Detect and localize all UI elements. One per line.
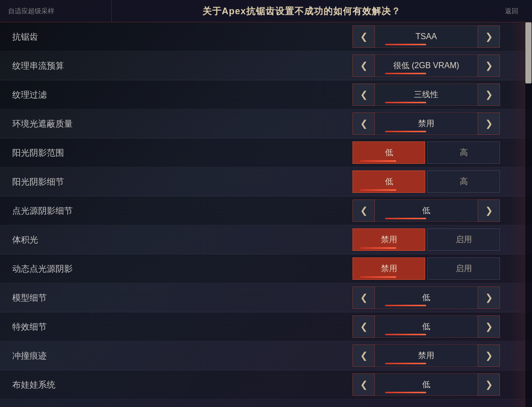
dual-right-btn-volumetric-lighting[interactable]: 启用: [427, 228, 500, 251]
value-text-effects-detail: 低: [422, 322, 430, 331]
value-bar-spot-shadow-detail: [385, 218, 426, 219]
arrow-control-ragdoll-system: ❮低❯: [352, 373, 500, 396]
left-arrow-btn-antialiasing[interactable]: ❮: [352, 25, 375, 48]
value-box-antialiasing: TSAA: [375, 25, 478, 48]
setting-label-texture-streaming-budget: 纹理串流预算: [0, 60, 326, 72]
value-text-spot-shadow-detail: 低: [422, 206, 430, 215]
setting-label-sun-shadow-detail: 阳光阴影细节: [0, 176, 326, 188]
right-arrow-btn-antialiasing[interactable]: ❯: [478, 25, 500, 48]
value-box-spot-shadow-detail: 低: [375, 199, 478, 222]
setting-control-texture-streaming-budget: ❮很低 (2GB VRAM)❯: [326, 54, 532, 77]
setting-row-sun-shadow-detail: 阳光阴影细节低高: [0, 167, 532, 196]
arrow-control-antialiasing: ❮TSAA❯: [352, 25, 500, 48]
dual-left-btn-sun-shadow-detail[interactable]: 低: [352, 170, 425, 193]
value-text-ragdoll-system: 低: [422, 380, 430, 389]
value-box-texture-filter: 三线性: [375, 83, 478, 106]
dual-left-btn-volumetric-lighting[interactable]: 禁用: [352, 228, 425, 251]
left-arrow-btn-impact-marks[interactable]: ❮: [352, 344, 375, 367]
scrollbar-track: [525, 22, 532, 407]
settings-list: 抗锯齿❮TSAA❯纹理串流预算❮很低 (2GB VRAM)❯纹理过滤❮三线性❯环…: [0, 22, 532, 399]
setting-row-model-detail: 模型细节❮低❯: [0, 283, 532, 312]
setting-row-spot-shadow-detail: 点光源阴影细节❮低❯: [0, 196, 532, 225]
setting-row-texture-streaming-budget: 纹理串流预算❮很低 (2GB VRAM)❯: [0, 51, 532, 80]
right-arrow-btn-ragdoll-system[interactable]: ❯: [478, 373, 500, 396]
arrow-control-ambient-occlusion: ❮禁用❯: [352, 112, 500, 135]
arrow-control-spot-shadow-detail: ❮低❯: [352, 199, 500, 222]
setting-label-impact-marks: 冲撞痕迹: [0, 350, 326, 362]
setting-row-impact-marks: 冲撞痕迹❮禁用❯: [0, 341, 532, 370]
setting-row-texture-filter: 纹理过滤❮三线性❯: [0, 80, 532, 109]
left-arrow-btn-texture-filter[interactable]: ❮: [352, 83, 375, 106]
right-arrow-btn-ambient-occlusion[interactable]: ❯: [478, 112, 500, 135]
setting-label-ragdoll-system: 布娃娃系统: [0, 379, 326, 391]
setting-label-texture-filter: 纹理过滤: [0, 89, 326, 101]
setting-row-effects-detail: 特效细节❮低❯: [0, 312, 532, 341]
value-text-ambient-occlusion: 禁用: [418, 119, 434, 128]
setting-label-model-detail: 模型细节: [0, 292, 326, 304]
header-right-label[interactable]: 返回: [491, 7, 532, 16]
dual-left-bar-volumetric-lighting: [360, 247, 396, 249]
value-text-impact-marks: 禁用: [418, 351, 434, 360]
right-arrow-btn-texture-streaming-budget[interactable]: ❯: [478, 54, 500, 77]
value-text-model-detail: 低: [422, 293, 430, 302]
dual-left-btn-dynamic-spot-shadow[interactable]: 禁用: [352, 257, 425, 280]
setting-row-ambient-occlusion: 环境光遮蔽质量❮禁用❯: [0, 109, 532, 138]
dual-left-bar-sun-shadow-coverage: [360, 160, 396, 162]
setting-row-sun-shadow-coverage: 阳光阴影范围低高: [0, 138, 532, 167]
setting-row-volumetric-lighting: 体积光禁用启用: [0, 225, 532, 254]
left-arrow-btn-texture-streaming-budget[interactable]: ❮: [352, 54, 375, 77]
value-bar-model-detail: [385, 305, 426, 306]
value-bar-impact-marks: [385, 363, 426, 364]
value-box-texture-streaming-budget: 很低 (2GB VRAM): [375, 54, 478, 77]
left-arrow-btn-ambient-occlusion[interactable]: ❮: [352, 112, 375, 135]
left-arrow-btn-ragdoll-system[interactable]: ❮: [352, 373, 375, 396]
arrow-control-texture-filter: ❮三线性❯: [352, 83, 500, 106]
value-box-effects-detail: 低: [375, 315, 478, 338]
setting-control-sun-shadow-detail: 低高: [326, 170, 532, 193]
setting-control-effects-detail: ❮低❯: [326, 315, 532, 338]
setting-control-antialiasing: ❮TSAA❯: [326, 25, 532, 48]
value-box-impact-marks: 禁用: [375, 344, 478, 367]
right-arrow-btn-spot-shadow-detail[interactable]: ❯: [478, 199, 500, 222]
setting-row-dynamic-spot-shadow: 动态点光源阴影禁用启用: [0, 254, 532, 283]
dual-right-btn-dynamic-spot-shadow[interactable]: 启用: [427, 257, 500, 280]
value-box-ragdoll-system: 低: [375, 373, 478, 396]
value-bar-texture-streaming-budget: [385, 73, 426, 74]
setting-label-effects-detail: 特效细节: [0, 321, 326, 333]
right-arrow-btn-impact-marks[interactable]: ❯: [478, 344, 500, 367]
value-text-antialiasing: TSAA: [416, 32, 437, 41]
left-arrow-btn-effects-detail[interactable]: ❮: [352, 315, 375, 338]
value-box-model-detail: 低: [375, 286, 478, 309]
dual-right-btn-sun-shadow-coverage[interactable]: 高: [427, 141, 500, 164]
value-bar-antialiasing: [385, 44, 426, 45]
scrollbar-thumb[interactable]: [525, 22, 531, 83]
arrow-control-texture-streaming-budget: ❮很低 (2GB VRAM)❯: [352, 54, 500, 77]
setting-label-antialiasing: 抗锯齿: [0, 31, 326, 43]
setting-row-ragdoll-system: 布娃娃系统❮低❯: [0, 370, 532, 399]
value-bar-texture-filter: [385, 102, 426, 103]
arrow-control-effects-detail: ❮低❯: [352, 315, 500, 338]
right-arrow-btn-texture-filter[interactable]: ❯: [478, 83, 500, 106]
dual-right-btn-sun-shadow-detail[interactable]: 高: [427, 170, 500, 193]
dual-control-volumetric-lighting: 禁用启用: [352, 228, 500, 251]
value-bar-effects-detail: [385, 334, 426, 335]
left-arrow-btn-spot-shadow-detail[interactable]: ❮: [352, 199, 375, 222]
right-arrow-btn-effects-detail[interactable]: ❯: [478, 315, 500, 338]
dual-control-dynamic-spot-shadow: 禁用启用: [352, 257, 500, 280]
value-text-texture-streaming-budget: 很低 (2GB VRAM): [393, 61, 459, 70]
value-text-texture-filter: 三线性: [414, 90, 438, 99]
value-box-ambient-occlusion: 禁用: [375, 112, 478, 135]
right-arrow-btn-model-detail[interactable]: ❯: [478, 286, 500, 309]
setting-label-volumetric-lighting: 体积光: [0, 234, 326, 246]
setting-label-ambient-occlusion: 环境光遮蔽质量: [0, 118, 326, 130]
setting-control-dynamic-spot-shadow: 禁用启用: [326, 257, 532, 280]
dual-left-btn-sun-shadow-coverage[interactable]: 低: [352, 141, 425, 164]
setting-control-ragdoll-system: ❮低❯: [326, 373, 532, 396]
left-arrow-btn-model-detail[interactable]: ❮: [352, 286, 375, 309]
setting-row-antialiasing: 抗锯齿❮TSAA❯: [0, 22, 532, 51]
dual-control-sun-shadow-coverage: 低高: [352, 141, 500, 164]
setting-control-ambient-occlusion: ❮禁用❯: [326, 112, 532, 135]
setting-control-texture-filter: ❮三线性❯: [326, 83, 532, 106]
value-bar-ambient-occlusion: [385, 131, 426, 132]
value-bar-ragdoll-system: [385, 392, 426, 393]
